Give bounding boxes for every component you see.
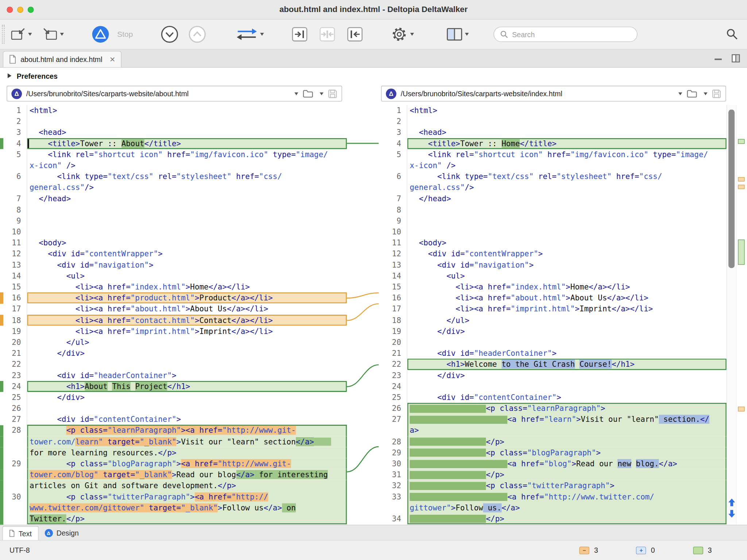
code-row[interactable]: <li><a href="index.html">Home</a></li> xyxy=(407,281,727,292)
code-row[interactable]: <a href="blog">Read our new blog.</a> xyxy=(407,458,727,469)
settings-dropdown-caret[interactable] xyxy=(410,33,414,36)
code-row[interactable]: gittower">Follow us.</a> xyxy=(407,502,727,513)
overview-change-mark[interactable] xyxy=(738,407,744,411)
layout-button[interactable] xyxy=(446,27,462,41)
open-right-dropdown-caret[interactable] xyxy=(60,33,64,36)
code-row[interactable]: <head> xyxy=(27,127,347,138)
code-row[interactable]: for more learning resources.</p> xyxy=(27,447,347,458)
code-row[interactable]: <li><a href="imprint.html">Imprint</a></… xyxy=(407,303,727,314)
overview-change-mark[interactable] xyxy=(738,177,744,182)
comparison-tab[interactable]: about.html and index.html ✕ xyxy=(3,51,122,67)
save-icon[interactable] xyxy=(712,89,721,98)
scroll-up-arrow-icon[interactable] xyxy=(728,498,736,507)
code-row[interactable]: <head> xyxy=(407,127,727,138)
swap-direction-button[interactable] xyxy=(236,27,258,41)
code-row[interactable]: <title>Tower :: Home</title> xyxy=(407,138,727,149)
code-row[interactable]: <link rel="shortcut icon" href="img/favi… xyxy=(27,149,347,160)
code-row[interactable]: <body> xyxy=(27,237,347,248)
left-file-path-bar[interactable]: Δ /Users/brunobrito/Sites/carparts-websi… xyxy=(7,86,342,101)
code-row[interactable]: </head> xyxy=(407,193,727,204)
compare-button[interactable] xyxy=(92,25,110,43)
toolbar-search[interactable] xyxy=(494,27,637,42)
minimize-view-icon[interactable] xyxy=(715,59,722,60)
folder-icon[interactable] xyxy=(302,89,313,98)
code-row[interactable]: </p> xyxy=(407,513,727,524)
code-row[interactable]: <p class="learnParagraph"> xyxy=(407,403,727,414)
code-row[interactable]: <div id="contentWrapper"> xyxy=(407,248,727,259)
settings-button[interactable] xyxy=(391,26,408,43)
code-row[interactable]: a> xyxy=(407,425,727,436)
previous-change-button[interactable] xyxy=(188,25,206,43)
code-row[interactable]: x-icon" /> xyxy=(27,160,347,171)
overview-change-mark[interactable] xyxy=(738,139,744,144)
right-folder-caret[interactable] xyxy=(704,92,707,95)
disclosure-triangle-icon[interactable] xyxy=(8,73,11,78)
preferences-label[interactable]: Preferences xyxy=(17,72,58,80)
tab-design-view[interactable]: Δ Design xyxy=(38,526,85,540)
code-row[interactable]: <h1>Welcome to the Git Crash Course!</h1… xyxy=(407,359,727,370)
code-row[interactable] xyxy=(27,226,347,237)
find-button[interactable] xyxy=(726,28,739,40)
layout-dropdown-caret[interactable] xyxy=(465,33,469,36)
code-row[interactable]: </p> xyxy=(407,436,727,447)
next-change-button[interactable] xyxy=(160,25,179,43)
code-row[interactable]: </ul> xyxy=(27,337,347,347)
code-row[interactable]: </ul> xyxy=(407,315,727,326)
open-left-dropdown-caret[interactable] xyxy=(28,33,32,36)
overview-change-mark[interactable] xyxy=(738,185,744,189)
code-row[interactable]: </div> xyxy=(407,370,727,381)
left-folder-caret[interactable] xyxy=(320,92,323,95)
code-row[interactable] xyxy=(27,116,347,127)
code-row[interactable]: <li><a href="about.html">About Us</a></l… xyxy=(27,303,347,314)
code-row[interactable]: </div> xyxy=(27,348,347,359)
code-row[interactable]: <div id="contentContainer"> xyxy=(407,392,727,403)
code-row[interactable]: www.twitter.com/gittower" target="_blank… xyxy=(27,502,347,513)
code-row[interactable]: <li><a href="product.html">Product</a></… xyxy=(27,292,347,303)
code-row[interactable]: <link type="text/css" rel="stylesheet" h… xyxy=(407,171,727,182)
folder-icon[interactable] xyxy=(686,89,697,98)
code-row[interactable]: <div id="navigation"> xyxy=(407,259,727,270)
right-file-path-bar[interactable]: Δ /Users/brunobrito/Sites/carparts-websi… xyxy=(381,86,726,101)
code-row[interactable]: <ul> xyxy=(27,271,347,281)
code-row[interactable]: <div id="contentContainer"> xyxy=(27,414,347,425)
code-row[interactable]: <li><a href="imprint.html">Imprint</a></… xyxy=(27,326,347,337)
code-row[interactable]: <html> xyxy=(27,105,347,116)
right-code-pane[interactable]: <html> <head> <title>Tower :: Home</titl… xyxy=(407,105,727,525)
open-left-file-button[interactable] xyxy=(11,27,26,41)
right-path-history-caret[interactable] xyxy=(678,92,682,95)
code-row[interactable] xyxy=(407,116,727,127)
code-row[interactable]: <body> xyxy=(407,237,727,248)
code-row[interactable]: <p class="twitterParagraph"><a href="htt… xyxy=(27,491,347,502)
left-path-history-caret[interactable] xyxy=(294,92,298,95)
code-row[interactable]: x-icon" /> xyxy=(407,160,727,171)
overview-change-mark[interactable] xyxy=(738,240,744,265)
code-row[interactable] xyxy=(407,381,727,392)
code-row[interactable] xyxy=(407,226,727,237)
code-row[interactable]: general.css"/> xyxy=(407,182,727,193)
code-row[interactable]: <p class="blogParagraph"> xyxy=(407,447,727,458)
code-row[interactable]: <div id="contentWrapper"> xyxy=(27,248,347,259)
code-row[interactable] xyxy=(27,359,347,370)
save-icon[interactable] xyxy=(328,89,337,98)
code-row[interactable]: <title>Tower :: About</title> xyxy=(27,138,347,149)
code-row[interactable]: tower.com/learn" target="_blank">Visit o… xyxy=(27,436,347,447)
code-row[interactable]: <h1>About This Project</h1> xyxy=(27,381,347,392)
code-row[interactable] xyxy=(407,204,727,215)
code-row[interactable]: <div id="headerContainer"> xyxy=(407,348,727,359)
vertical-scrollbar[interactable] xyxy=(727,105,736,525)
search-input[interactable] xyxy=(512,30,631,38)
code-row[interactable]: <ul> xyxy=(407,271,727,281)
merge-right-button[interactable] xyxy=(291,27,307,42)
close-window-button[interactable] xyxy=(7,7,13,13)
code-row[interactable]: <link rel="shortcut icon" href="img/favi… xyxy=(407,149,727,160)
code-row[interactable] xyxy=(27,204,347,215)
code-row[interactable]: <div id="headerContainer"> xyxy=(27,370,347,381)
code-row[interactable]: <li><a href="about.html">About Us</a></l… xyxy=(407,292,727,303)
code-row[interactable]: <html> xyxy=(407,105,727,116)
code-row[interactable]: Twitter.</p> xyxy=(27,513,347,524)
code-row[interactable] xyxy=(407,337,727,347)
code-row[interactable]: </p> xyxy=(407,469,727,480)
tab-text-view[interactable]: Text xyxy=(3,526,39,540)
merge-both-button[interactable] xyxy=(319,27,335,42)
open-right-file-button[interactable] xyxy=(42,27,58,41)
